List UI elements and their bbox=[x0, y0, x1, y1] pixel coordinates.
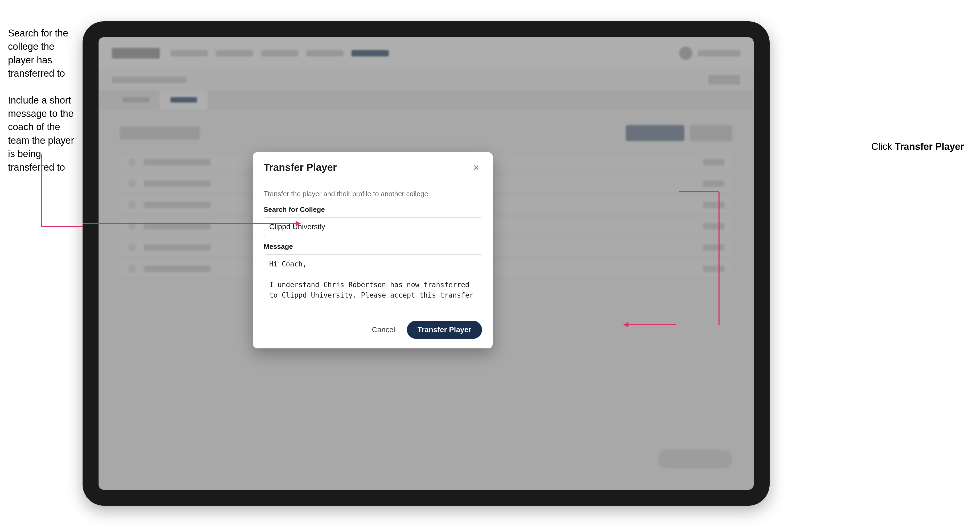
annotation-message-text: Include a short message to the coach of … bbox=[8, 94, 80, 174]
modal-title: Transfer Player bbox=[264, 162, 337, 173]
modal-overlay: Transfer Player × Transfer the player an… bbox=[99, 37, 754, 490]
search-college-input[interactable] bbox=[264, 217, 482, 236]
annotation-right-bold: Transfer Player bbox=[895, 141, 964, 152]
annotation-right-prefix: Click bbox=[871, 141, 895, 152]
modal-footer: Cancel Transfer Player bbox=[253, 314, 493, 348]
annotation-right: Click Transfer Player bbox=[871, 141, 964, 152]
modal-body: Transfer the player and their profile to… bbox=[253, 181, 493, 314]
annotation-search-text: Search for the college the player has tr… bbox=[8, 27, 80, 80]
modal-header: Transfer Player × bbox=[253, 152, 493, 181]
message-label: Message bbox=[264, 243, 482, 251]
message-textarea[interactable] bbox=[264, 254, 482, 302]
tablet-frame: Transfer Player × Transfer the player an… bbox=[83, 21, 770, 506]
search-college-label: Search for College bbox=[264, 205, 482, 214]
modal-dialog: Transfer Player × Transfer the player an… bbox=[253, 152, 493, 348]
transfer-player-button[interactable]: Transfer Player bbox=[407, 321, 482, 339]
modal-close-button[interactable]: × bbox=[470, 162, 482, 173]
cancel-button[interactable]: Cancel bbox=[366, 322, 400, 337]
tablet-screen: Transfer Player × Transfer the player an… bbox=[99, 37, 754, 490]
annotation-left: Search for the college the player has tr… bbox=[8, 27, 80, 174]
modal-subtitle: Transfer the player and their profile to… bbox=[264, 190, 482, 198]
